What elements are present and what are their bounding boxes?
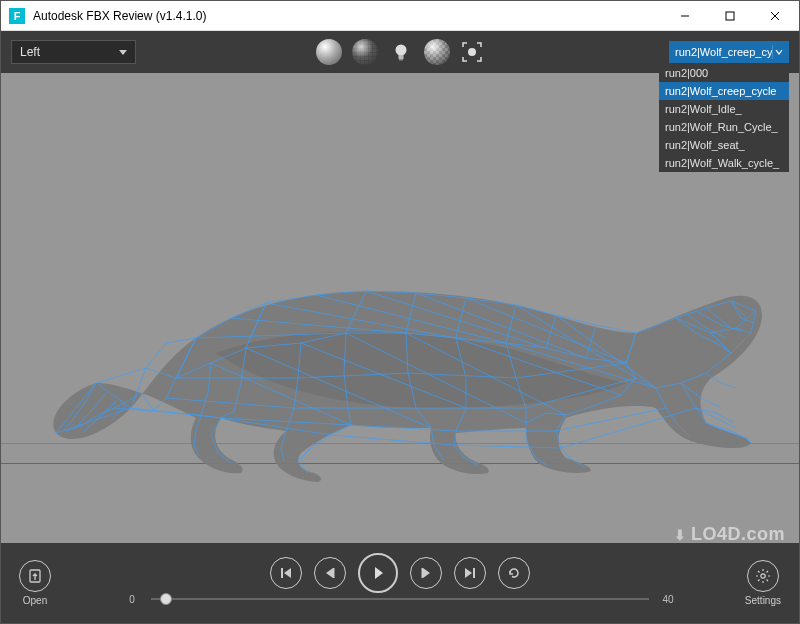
app-window: F Autodesk FBX Review (v1.4.1.0) Left [0, 0, 800, 624]
frame-selection-icon[interactable] [460, 40, 484, 64]
timeline: 0 40 [121, 589, 679, 609]
camera-view-label: Left [20, 45, 40, 59]
chevron-down-icon [119, 50, 127, 55]
dropdown-item[interactable]: run2|000 [659, 64, 789, 82]
svg-rect-1 [726, 12, 734, 20]
watermark: ⬇ LO4D.com [674, 524, 785, 545]
top-toolbar: Left [1, 31, 799, 73]
maximize-button[interactable] [707, 2, 752, 30]
settings-label: Settings [745, 595, 781, 606]
chevron-down-icon [772, 45, 785, 59]
step-forward-button[interactable] [410, 557, 442, 589]
step-back-button[interactable] [314, 557, 346, 589]
timeline-playhead[interactable] [160, 593, 172, 605]
svg-rect-10 [333, 568, 335, 578]
dropdown-item[interactable]: run2|Wolf_Idle_ [659, 100, 789, 118]
timeline-end-label: 40 [657, 594, 679, 605]
lighting-icon[interactable] [388, 39, 414, 65]
settings-button[interactable] [747, 560, 779, 592]
svg-point-7 [468, 48, 476, 56]
watermark-text: LO4D.com [691, 524, 785, 545]
svg-point-4 [396, 45, 407, 56]
shaded-mode-icon[interactable] [316, 39, 342, 65]
animation-clip-dropdown: run2|000 run2|Wolf_creep_cycle run2|Wolf… [659, 64, 789, 172]
wolf-wireframe-model [36, 183, 776, 483]
minimize-button[interactable] [662, 2, 707, 30]
svg-rect-11 [422, 568, 424, 578]
camera-view-select[interactable]: Left [11, 40, 136, 64]
open-block: Open [19, 560, 51, 606]
go-to-start-button[interactable] [270, 557, 302, 589]
svg-rect-12 [473, 568, 475, 578]
playback-controls [270, 553, 530, 593]
dropdown-item[interactable]: run2|Wolf_seat_ [659, 136, 789, 154]
timeline-start-label: 0 [121, 594, 143, 605]
animation-clip-label: run2|Wolf_creep_cyc [675, 46, 772, 58]
app-icon: F [9, 8, 25, 24]
svg-rect-9 [281, 568, 283, 578]
animation-clip-select[interactable]: run2|Wolf_creep_cyc [669, 41, 789, 63]
dropdown-item[interactable]: run2|Wolf_Run_Cycle_ [659, 118, 789, 136]
timeline-track[interactable] [151, 598, 649, 600]
play-button[interactable] [358, 553, 398, 593]
svg-point-13 [761, 574, 765, 578]
close-button[interactable] [752, 2, 797, 30]
svg-rect-5 [399, 55, 404, 59]
go-to-end-button[interactable] [454, 557, 486, 589]
open-label: Open [23, 595, 47, 606]
shading-mode-toolbar [316, 39, 484, 65]
svg-rect-6 [399, 59, 403, 61]
app-body: Left [1, 31, 799, 623]
dropdown-item[interactable]: run2|Wolf_creep_cycle [659, 82, 789, 100]
download-icon: ⬇ [674, 527, 687, 543]
textured-mode-icon[interactable] [424, 39, 450, 65]
wireframe-mode-icon[interactable] [352, 39, 378, 65]
window-controls [662, 2, 797, 30]
loop-button[interactable] [498, 557, 530, 589]
settings-block: Settings [745, 560, 781, 606]
bottom-bar: Open [1, 543, 799, 623]
dropdown-item[interactable]: run2|Wolf_Walk_cycle_ [659, 154, 789, 172]
open-file-button[interactable] [19, 560, 51, 592]
titlebar: F Autodesk FBX Review (v1.4.1.0) [1, 1, 799, 31]
window-title: Autodesk FBX Review (v1.4.1.0) [33, 9, 662, 23]
